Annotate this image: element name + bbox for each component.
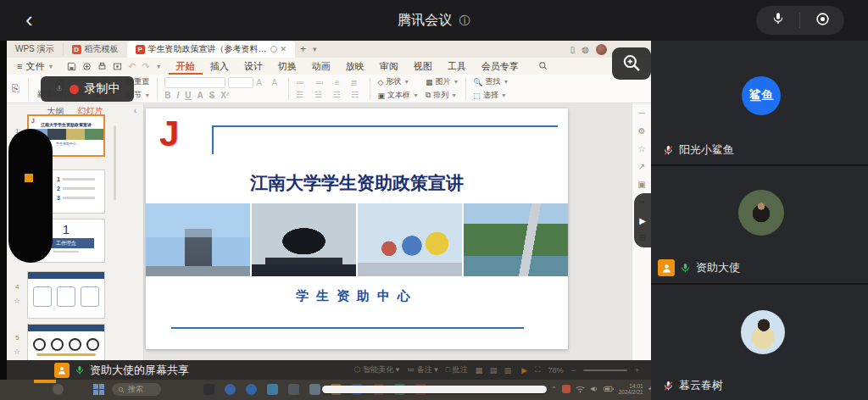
menu-animation[interactable]: 动画 <box>304 58 338 75</box>
star-icon[interactable]: ☆ <box>14 297 20 305</box>
tab-docer-templates[interactable]: D 稻壳模板 <box>64 41 127 58</box>
ribbon-search-icon[interactable] <box>538 61 548 72</box>
italic-button[interactable]: I <box>176 91 179 100</box>
clock[interactable]: 14:01 2024/2/21 <box>619 383 643 395</box>
decor-line <box>212 125 214 154</box>
preview-icon[interactable] <box>113 62 122 71</box>
panel-scrollbar[interactable] <box>114 125 116 200</box>
tray-app-icon[interactable] <box>562 385 570 393</box>
current-slide[interactable]: J 江南大学学生资助政策宣讲 学生资助中心 <box>146 108 568 349</box>
view-mode-icons[interactable]: ▦ ▤ ▥ <box>476 366 515 375</box>
image-tool-icon[interactable]: ▣ <box>637 180 645 189</box>
app-icon[interactable] <box>225 384 236 395</box>
tab-document-label: 学生资助政策宣讲（参考资料… <box>148 43 267 55</box>
settings-icon[interactable]: ⚙ <box>638 126 646 136</box>
reset-label: 重置 <box>134 76 149 87</box>
collapse-panel-icon[interactable]: ‹ <box>134 106 136 115</box>
battery-icon[interactable] <box>604 386 614 392</box>
redo-icon[interactable]: ↷ <box>142 61 150 72</box>
panel-expand-handle[interactable]: ▶ <box>634 193 651 247</box>
record-button[interactable] <box>815 12 830 30</box>
find-icon: 🔍 <box>473 78 482 86</box>
tray-chevron-icon[interactable]: ⌃ <box>551 386 557 393</box>
output-icon[interactable] <box>82 62 92 71</box>
volume-icon[interactable] <box>590 385 598 393</box>
zoom-out-button[interactable]: − <box>570 366 575 375</box>
zoom-slider[interactable] <box>583 369 627 371</box>
new-tab-button[interactable]: + <box>295 43 311 55</box>
participant-tile[interactable]: 鲨鱼 阳光小鲨鱼 <box>651 41 868 164</box>
comments-button[interactable]: □ 批注 <box>446 364 468 375</box>
undo-icon[interactable]: ↶ <box>128 61 136 72</box>
mic-button[interactable] <box>771 12 785 29</box>
share-icon[interactable]: ↗ <box>638 162 645 171</box>
picture-button[interactable]: ▦图片▼ <box>426 76 459 87</box>
weather-icon[interactable] <box>53 384 64 395</box>
font-grow-shrink-icons[interactable]: A A <box>256 78 281 87</box>
superscript-button[interactable]: X² <box>220 91 229 100</box>
globe-icon[interactable]: ◍ <box>581 45 589 54</box>
wps-app-label: WPS 演示 <box>7 43 64 55</box>
underline-button[interactable]: U <box>185 91 191 100</box>
zoom-in-button[interactable]: + <box>635 366 639 375</box>
beautify-button[interactable]: ⬡ 智能美化 ▾ <box>354 364 399 375</box>
textbox-button[interactable]: ▣文本框▼ <box>377 90 418 101</box>
presentation-file-icon: P <box>136 45 145 54</box>
collapse-icon[interactable]: ─ <box>638 108 644 118</box>
account-avatar[interactable] <box>596 44 607 55</box>
arrange-button[interactable]: ⧉排列▼ <box>426 90 459 101</box>
start-button[interactable] <box>93 384 104 395</box>
menu-member[interactable]: 会员专享 <box>474 58 526 75</box>
zoom-magnifier-button[interactable] <box>612 47 651 80</box>
zoom-level: 78% <box>548 366 563 375</box>
share-horizontal-scrollbar[interactable] <box>322 386 547 393</box>
app-icon[interactable] <box>309 384 320 395</box>
shapes-button[interactable]: ◇形状▼ <box>377 76 418 87</box>
list-align-icons[interactable]: ≔ ≕ ≡ ≣ <box>296 78 363 87</box>
menu-tools[interactable]: 工具 <box>440 58 474 75</box>
font-name-box[interactable] <box>164 77 225 88</box>
device-sync-icon[interactable]: ▯ <box>570 45 576 54</box>
font-size-box[interactable] <box>228 77 253 88</box>
participant-tile[interactable]: 暮云春树 <box>651 285 868 400</box>
menu-view[interactable]: 视图 <box>406 58 440 75</box>
bold-button[interactable]: B <box>164 91 170 100</box>
close-tab-icon[interactable]: ✕ <box>281 45 287 53</box>
thumb2-item3: 3 <box>57 195 60 201</box>
app-icon[interactable] <box>203 384 214 395</box>
print-icon[interactable] <box>97 62 107 71</box>
more-caret-icon[interactable]: ▼ <box>156 64 162 69</box>
strike-button[interactable]: S <box>209 91 215 100</box>
paste-button[interactable]: ⎘ <box>7 84 25 93</box>
wifi-icon[interactable] <box>576 386 585 393</box>
file-menu[interactable]: ≡ 文件 ▼ <box>7 60 60 73</box>
fullscreen-icon[interactable]: ⛶ <box>535 365 540 375</box>
menu-review[interactable]: 审阅 <box>372 58 406 75</box>
recording-badge: 录制中 <box>41 76 134 102</box>
save-icon[interactable] <box>67 62 76 71</box>
slide-thumb-5[interactable] <box>27 324 105 360</box>
char-color-button[interactable]: A <box>197 91 203 100</box>
menu-transition[interactable]: 切换 <box>270 58 304 75</box>
star-icon[interactable]: ☆ <box>638 144 646 153</box>
align-icons[interactable]: ☰ ☱ ☲ ☴ <box>296 90 363 99</box>
divider <box>157 78 158 100</box>
slide-thumb-4[interactable] <box>27 271 105 319</box>
tab-document[interactable]: P 学生资助政策宣讲（参考资料… ✕ <box>127 41 296 58</box>
app-icon[interactable] <box>246 384 257 395</box>
menu-home[interactable]: 开始 <box>169 58 203 75</box>
tab-list-caret-icon[interactable]: ▼ <box>311 46 318 53</box>
find-button[interactable]: 🔍查找▼ <box>473 76 509 87</box>
app-icon[interactable] <box>288 384 299 395</box>
select-button[interactable]: ⬚选择▼ <box>473 90 509 101</box>
menu-slideshow[interactable]: 放映 <box>338 58 372 75</box>
app-icon[interactable] <box>267 384 278 395</box>
taskbar-search[interactable]: 搜索 <box>112 383 161 396</box>
menu-design[interactable]: 设计 <box>236 58 270 75</box>
menu-insert[interactable]: 插入 <box>203 58 236 75</box>
participant-tile[interactable]: 资助大使 <box>651 166 868 283</box>
star-icon[interactable]: ☆ <box>14 347 20 356</box>
play-slideshow-button[interactable]: ▶ <box>521 366 527 375</box>
info-icon[interactable]: ⓘ <box>459 14 470 27</box>
notes-button[interactable]: ≔ 备注 ▾ <box>407 364 438 375</box>
